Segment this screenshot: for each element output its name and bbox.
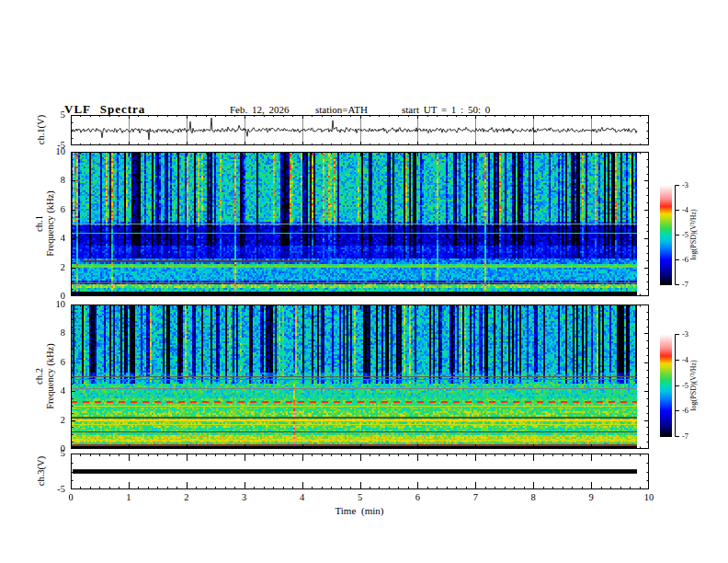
tick-label: 5: [350, 492, 370, 502]
time-axis-label: Time (min): [304, 505, 415, 516]
tick-label: 4: [292, 492, 313, 502]
tick-label: -4: [682, 205, 688, 214]
header-date: Feb. 12, 2026: [230, 104, 290, 115]
tick-label: -7: [682, 280, 688, 289]
colorbar-ch2: [660, 334, 684, 437]
tick-label: 3: [234, 492, 255, 502]
colorbar-ch1: [660, 185, 684, 285]
tick-label: 4: [45, 233, 65, 243]
tick-label: 10: [639, 492, 659, 502]
tick-label: -5: [682, 381, 688, 390]
tick-label: 8: [45, 175, 65, 185]
tick-label: 9: [581, 492, 601, 502]
ch3-waveform-plot: [71, 454, 649, 489]
tick-label: -6: [682, 255, 688, 264]
tick-label: -5: [682, 230, 688, 239]
tick-label: 6: [45, 204, 65, 214]
colorbar2-units-label: log(PSD)(V²/Hz): [689, 335, 699, 436]
tick-label: 5: [45, 448, 65, 458]
tick-label: 2: [45, 415, 65, 425]
ch1-frequency-label: Frequency (kHz): [45, 190, 55, 256]
header-start-ut: start UT = 1 : 50: 0: [402, 104, 490, 115]
ch2-label: ch.2: [34, 368, 44, 385]
tick-label: 7: [465, 492, 485, 502]
ch1-spectrogram-plot: [71, 152, 649, 296]
colorbar1-units-label: log(PSD)(V²/Hz): [689, 184, 699, 285]
tick-label: 6: [45, 357, 65, 367]
ch2-spectrogram-plot: [71, 304, 649, 449]
tick-label: 4: [45, 385, 65, 396]
tick-label: 2: [176, 492, 197, 502]
tick-label: 10: [45, 299, 65, 309]
tick-label: -3: [682, 329, 688, 339]
ch1-label: ch.1: [34, 215, 44, 232]
tick-label: -4: [682, 355, 688, 364]
ch3-waveform-ylabel: ch.3(V): [36, 416, 47, 526]
tick-label: 1: [119, 492, 139, 502]
tick-label: 8: [45, 327, 65, 338]
tick-label: -3: [682, 180, 688, 190]
tick-label: 8: [523, 492, 543, 502]
tick-label: 5: [45, 109, 65, 120]
tick-label: -7: [682, 431, 688, 441]
tick-label: 2: [45, 262, 65, 272]
vlf-spectra-figure: VLF Spectra Feb. 12, 2026 station=ATH st…: [0, 0, 728, 563]
ch1-waveform-plot: [71, 115, 649, 145]
tick-label: -5: [45, 140, 65, 150]
ch2-frequency-label: Frequency (kHz): [45, 343, 55, 408]
tick-label: -6: [682, 406, 688, 415]
tick-label: 0: [61, 492, 81, 502]
tick-label: 6: [407, 492, 427, 502]
header-station: station=ATH: [315, 104, 368, 115]
